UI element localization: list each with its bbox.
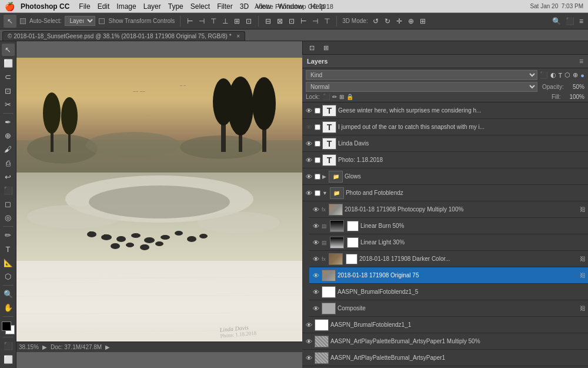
filter-active[interactable]: ● — [580, 72, 584, 79]
layer-visibility[interactable]: 👁 — [312, 304, 320, 313]
menu-edit[interactable]: Edit — [98, 2, 110, 11]
layers-menu-icon[interactable]: ≡ — [579, 57, 583, 65]
layer-visibility[interactable]: 👁 — [305, 354, 313, 362]
layer-item[interactable]: 👁 T I jumped out of the car to catch thi… — [302, 119, 588, 135]
layer-item[interactable]: 👁 T Photo: 1.18.2018 — [302, 152, 588, 168]
tool-shape[interactable]: ⬡ — [2, 270, 15, 283]
layer-visibility[interactable]: 👁 — [312, 288, 320, 296]
tool-heal[interactable]: ⊕ — [2, 130, 15, 142]
more-btn[interactable]: ≡ — [578, 17, 584, 25]
tool-history[interactable]: ↩ — [2, 171, 15, 183]
layer-item[interactable]: 👁 Composite ⛓ — [309, 300, 588, 317]
layer-item[interactable]: 👁 fx 2018-01-18 171908 Darker Color... ⛓ — [309, 251, 588, 267]
layer-item[interactable]: 👁 AASPN_ArtPlayPaletteBrumal_ArtsyPaper1… — [302, 333, 588, 350]
filter-text[interactable]: T — [559, 72, 563, 79]
tool-brush[interactable]: 🖌 — [2, 143, 15, 155]
layer-visibility[interactable]: 👁 — [312, 222, 320, 230]
align-bottom[interactable]: ⊡ — [245, 17, 253, 25]
menu-image[interactable]: Image — [116, 2, 136, 11]
align-center-v[interactable]: ⊣ — [198, 17, 206, 25]
autoselect-dropdown[interactable]: Layer Group — [65, 16, 95, 26]
layer-item-selected[interactable]: 👁 2018-01-18 171908 Original 75 ⛓ — [309, 267, 588, 284]
layer-visibility[interactable]: 👁 — [305, 173, 313, 181]
layer-visibility[interactable]: 👁 — [305, 156, 313, 164]
tool-hand[interactable]: ✋ — [2, 301, 15, 314]
tool-path-select[interactable]: 📐 — [2, 257, 15, 269]
autoselect-checkbox[interactable] — [20, 18, 26, 24]
layer-checkbox[interactable] — [315, 108, 320, 114]
align-top[interactable]: ⊥ — [221, 17, 229, 25]
layer-visibility[interactable]: 👁 — [312, 255, 320, 263]
search-btn[interactable]: 🔍 — [551, 17, 562, 25]
tool-pen[interactable]: ✏ — [2, 229, 15, 241]
layer-item[interactable]: 👁 ▤ Linear Light 30% — [309, 234, 588, 251]
tool-text[interactable]: T — [2, 243, 15, 256]
tool-dodge[interactable]: ◎ — [2, 211, 15, 224]
menu-type[interactable]: Type — [168, 2, 183, 11]
align-left[interactable]: ⊢ — [186, 17, 194, 25]
tool-marquee[interactable]: ⬜ — [2, 57, 15, 69]
3d-slide[interactable]: ⊕ — [407, 17, 415, 25]
3d-rotate[interactable]: ↺ — [372, 17, 380, 25]
panel-icon-1[interactable]: ⊡ — [305, 41, 318, 54]
dist-left[interactable]: ⊟ — [264, 17, 272, 25]
layer-checkbox[interactable] — [315, 157, 320, 163]
dist-right[interactable]: ⊡ — [288, 17, 296, 25]
layer-visibility[interactable]: 👁 — [305, 123, 313, 131]
layer-visibility[interactable]: 👁 — [312, 238, 320, 247]
layer-visibility[interactable]: 👁 — [305, 321, 313, 329]
align-center-h[interactable]: ⊞ — [233, 17, 241, 25]
workspace-btn[interactable]: ⬛ — [564, 17, 576, 25]
layer-item[interactable]: 👁 fx 2018-01-18 171908 Photocopy Multipl… — [309, 201, 588, 218]
fill-value[interactable]: 100% — [567, 94, 584, 100]
menu-layer[interactable]: Layer — [143, 2, 161, 11]
tool-clone[interactable]: ⎙ — [2, 157, 15, 169]
tool-screen-mode[interactable]: ⬜ — [2, 353, 15, 366]
tool-crop[interactable]: ✂ — [2, 98, 15, 111]
align-right[interactable]: ⊤ — [209, 17, 218, 25]
lock-all[interactable]: 🔒 — [346, 94, 353, 100]
tool-move-btn[interactable]: ↖ — [2, 44, 15, 56]
tool-mask[interactable]: ⬛ — [2, 340, 15, 352]
layer-visibility[interactable]: 👁 — [312, 205, 320, 214]
layer-item[interactable]: 👁 AASPN_ArtPlayPaletteBrumal_ArtsyPaper1 — [302, 350, 588, 366]
tool-gradient[interactable]: ◻ — [2, 198, 15, 210]
panel-icon-2[interactable]: ⊞ — [319, 41, 332, 54]
menu-3d[interactable]: 3D — [240, 2, 249, 11]
filter-pixel[interactable]: ⬛ — [540, 71, 548, 79]
transform-checkbox[interactable] — [99, 18, 105, 24]
layer-item[interactable]: 👁 AASPN_BrumalFotoblendz1_1 — [302, 317, 588, 333]
document-canvas[interactable]: ~~ ~~ ~ ~ — [16, 58, 302, 352]
tool-move[interactable]: ↖ — [4, 15, 16, 28]
filter-smart[interactable]: ⊕ — [573, 71, 578, 79]
tool-zoom[interactable]: 🔍 — [2, 288, 15, 300]
kind-select[interactable]: Kind — [306, 70, 537, 80]
lock-transparency[interactable]: ⬛ — [323, 94, 330, 100]
3d-scale[interactable]: ⊞ — [419, 17, 427, 25]
menu-select[interactable]: Select — [191, 2, 210, 11]
3d-roll[interactable]: ↻ — [383, 17, 392, 25]
document-tab[interactable]: © 2018-01-18_SunsetGeese.psd @ 38.1% (20… — [2, 31, 245, 41]
dist-h[interactable]: ⊠ — [276, 17, 284, 25]
dist-top[interactable]: ⊢ — [299, 17, 308, 25]
tool-lasso[interactable]: ⊂ — [2, 71, 15, 83]
tool-quick-select[interactable]: ⊡ — [2, 85, 15, 97]
group-arrow-open[interactable]: ▼ — [322, 190, 328, 196]
3d-pan[interactable]: ✛ — [395, 17, 403, 25]
group-arrow[interactable]: ▶ — [322, 174, 326, 180]
filter-adjust[interactable]: ◐ — [550, 71, 556, 79]
tool-eyedropper[interactable]: ✒ — [2, 116, 15, 128]
lock-pixels[interactable]: ✏ — [332, 94, 337, 100]
layer-visibility[interactable]: 👁 — [305, 189, 313, 197]
foreground-swatch[interactable] — [2, 321, 11, 331]
layer-item[interactable]: 👁 ▶ 📁 Glows — [302, 168, 588, 185]
layer-visibility[interactable]: 👁 — [305, 140, 313, 148]
color-swatches[interactable] — [2, 321, 15, 334]
layer-checkbox[interactable] — [315, 124, 320, 130]
dist-v[interactable]: ⊣ — [311, 17, 319, 25]
filter-shape[interactable]: ⬡ — [564, 71, 570, 79]
blend-mode-select[interactable]: Normal Multiply Screen — [306, 82, 537, 92]
layer-item[interactable]: 👁 T Geese winter here, which surprises m… — [302, 102, 588, 119]
layer-visibility[interactable]: 👁 — [305, 337, 313, 346]
layer-visibility[interactable]: 👁 — [305, 107, 313, 115]
